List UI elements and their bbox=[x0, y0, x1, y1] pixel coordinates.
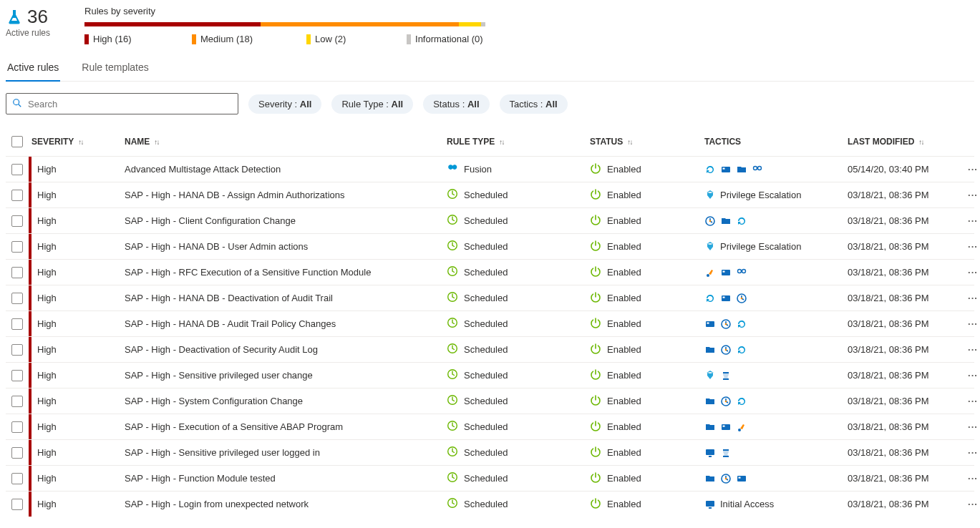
row-checkbox[interactable] bbox=[11, 421, 23, 433]
row-more-button[interactable]: ··· bbox=[962, 499, 980, 509]
search-input[interactable] bbox=[26, 98, 232, 110]
row-checkbox[interactable] bbox=[11, 447, 23, 459]
severity-legend-high: High (16) bbox=[84, 34, 192, 44]
table-row[interactable]: HighSAP - High - Sensitive privileged us… bbox=[6, 362, 974, 388]
table-row[interactable]: HighSAP - High - HANA DB - User Admin ac… bbox=[6, 233, 974, 259]
tactics-cell bbox=[704, 370, 848, 381]
ruletype-label: Scheduled bbox=[464, 396, 513, 406]
select-all-checkbox[interactable] bbox=[11, 136, 23, 147]
row-more-button[interactable]: ··· bbox=[962, 473, 980, 484]
row-more-button[interactable]: ··· bbox=[962, 241, 980, 252]
row-checkbox[interactable] bbox=[11, 215, 23, 227]
status-cell: Enabled bbox=[590, 394, 704, 408]
row-checkbox[interactable] bbox=[11, 190, 23, 201]
table-row[interactable]: HighSAP - High - RFC Execution of a Sens… bbox=[6, 259, 974, 285]
tab-active-rules[interactable]: Active rules bbox=[6, 57, 60, 82]
name-cell: SAP - High - Function Module tested bbox=[125, 473, 447, 484]
ruletype-label: Scheduled bbox=[464, 344, 513, 355]
row-more-button[interactable]: ··· bbox=[962, 447, 980, 458]
ruletype-cell: Scheduled bbox=[447, 291, 590, 305]
ruletype-label: Scheduled bbox=[464, 318, 513, 329]
row-checkbox[interactable] bbox=[11, 293, 23, 304]
row-checkbox[interactable] bbox=[11, 344, 23, 356]
row-checkbox[interactable] bbox=[11, 318, 23, 330]
power-icon bbox=[590, 497, 601, 511]
tactics-cell: Privilege Escalation bbox=[704, 241, 848, 253]
row-more-button[interactable]: ··· bbox=[962, 396, 980, 406]
table-row[interactable]: HighSAP - High - Client Configuration Ch… bbox=[6, 207, 974, 233]
sort-icon: ↑↓ bbox=[500, 138, 504, 146]
search-box[interactable] bbox=[6, 93, 238, 114]
row-more-button[interactable]: ··· bbox=[962, 293, 980, 303]
info-swatch-icon bbox=[407, 34, 411, 44]
column-tactics[interactable]: TACTICS bbox=[704, 137, 848, 147]
column-ruletype[interactable]: RULE TYPE ↑↓ bbox=[447, 137, 590, 147]
row-checkbox[interactable] bbox=[11, 241, 23, 253]
severity-cell: High bbox=[31, 164, 125, 175]
table-row[interactable]: HighSAP - High - Sensitive privileged us… bbox=[6, 439, 974, 465]
row-checkbox[interactable] bbox=[11, 164, 23, 175]
tactics-cell bbox=[704, 164, 848, 175]
row-checkbox[interactable] bbox=[11, 267, 23, 278]
status-label: Enabled bbox=[607, 344, 647, 355]
name-cell: SAP - High - Sensitive privileged user l… bbox=[125, 447, 447, 458]
filters-row: Severity : All Rule Type : All Status : … bbox=[6, 93, 974, 114]
ruletype-label: Scheduled bbox=[464, 421, 513, 432]
table-row[interactable]: HighSAP - High - HANA DB - Assign Admin … bbox=[6, 182, 974, 207]
active-rules-count-block: 36 Active rules bbox=[6, 6, 50, 44]
row-checkbox[interactable] bbox=[11, 396, 23, 407]
ruletype-label: Scheduled bbox=[464, 215, 513, 226]
ruletype-label: Scheduled bbox=[464, 370, 513, 381]
column-name-label: NAME bbox=[125, 137, 150, 147]
table-row[interactable]: HighSAP - High - Function Module testedS… bbox=[6, 465, 974, 491]
row-more-button[interactable]: ··· bbox=[962, 190, 980, 200]
row-more-button[interactable]: ··· bbox=[962, 267, 980, 278]
severity-cell: High bbox=[31, 344, 125, 355]
status-cell: Enabled bbox=[590, 317, 704, 331]
table-row[interactable]: HighAdvanced Multistage Attack Detection… bbox=[6, 156, 974, 182]
tactics-cell: Initial Access bbox=[704, 499, 848, 510]
row-more-button[interactable]: ··· bbox=[962, 318, 980, 329]
column-tactics-label: TACTICS bbox=[704, 137, 741, 147]
filter-severity-value: All bbox=[300, 99, 312, 109]
severity-medium-label: Medium (18) bbox=[200, 34, 253, 44]
filter-tactics[interactable]: Tactics : All bbox=[500, 94, 568, 114]
row-more-button[interactable]: ··· bbox=[962, 164, 980, 175]
ruletype-label: Scheduled bbox=[464, 267, 513, 278]
filter-severity-label: Severity : bbox=[258, 99, 300, 109]
column-lastmodified[interactable]: LAST MODIFIED ↑↓ bbox=[848, 137, 962, 147]
row-checkbox[interactable] bbox=[11, 473, 23, 484]
filter-status-value: All bbox=[467, 99, 480, 109]
severity-cell: High bbox=[31, 499, 125, 509]
filter-severity[interactable]: Severity : All bbox=[248, 94, 321, 114]
severity-cell: High bbox=[31, 447, 125, 458]
row-more-button[interactable]: ··· bbox=[962, 370, 980, 381]
lastmodified-cell: 03/18/21, 08:36 PM bbox=[848, 318, 962, 329]
column-severity[interactable]: SEVERITY ↑↓ bbox=[31, 137, 125, 147]
status-cell: Enabled bbox=[590, 420, 704, 434]
filter-ruletype[interactable]: Rule Type : All bbox=[331, 94, 413, 114]
row-checkbox[interactable] bbox=[11, 370, 23, 381]
table-row[interactable]: HighSAP - High - Deactivation of Securit… bbox=[6, 336, 974, 362]
row-more-button[interactable]: ··· bbox=[962, 215, 980, 226]
status-cell: Enabled bbox=[590, 471, 704, 485]
row-checkbox[interactable] bbox=[11, 499, 23, 510]
table-row[interactable]: HighSAP - High - System Configuration Ch… bbox=[6, 388, 974, 414]
name-cell: SAP - High - RFC Execution of a Sensitiv… bbox=[125, 267, 447, 278]
sort-icon: ↑↓ bbox=[919, 138, 923, 146]
column-status[interactable]: STATUS ↑↓ bbox=[590, 137, 704, 147]
summary-bar: 36 Active rules Rules by severity High (… bbox=[6, 6, 974, 57]
table-row[interactable]: HighSAP - High - Login from unexpected n… bbox=[6, 491, 974, 517]
tactics-cell bbox=[704, 344, 848, 356]
status-label: Enabled bbox=[607, 396, 647, 406]
table-row[interactable]: HighSAP - High - Execution of a Sensitiv… bbox=[6, 414, 974, 439]
status-label: Enabled bbox=[607, 421, 647, 432]
filter-status[interactable]: Status : All bbox=[423, 94, 489, 114]
row-more-button[interactable]: ··· bbox=[962, 421, 980, 432]
table-row[interactable]: HighSAP - High - HANA DB - Deactivation … bbox=[6, 285, 974, 311]
row-more-button[interactable]: ··· bbox=[962, 344, 980, 355]
lastmodified-cell: 03/18/21, 08:36 PM bbox=[848, 190, 962, 200]
table-row[interactable]: HighSAP - High - HANA DB - Audit Trail P… bbox=[6, 311, 974, 336]
tab-rule-templates[interactable]: Rule templates bbox=[80, 57, 150, 81]
column-name[interactable]: NAME ↑↓ bbox=[125, 137, 447, 147]
